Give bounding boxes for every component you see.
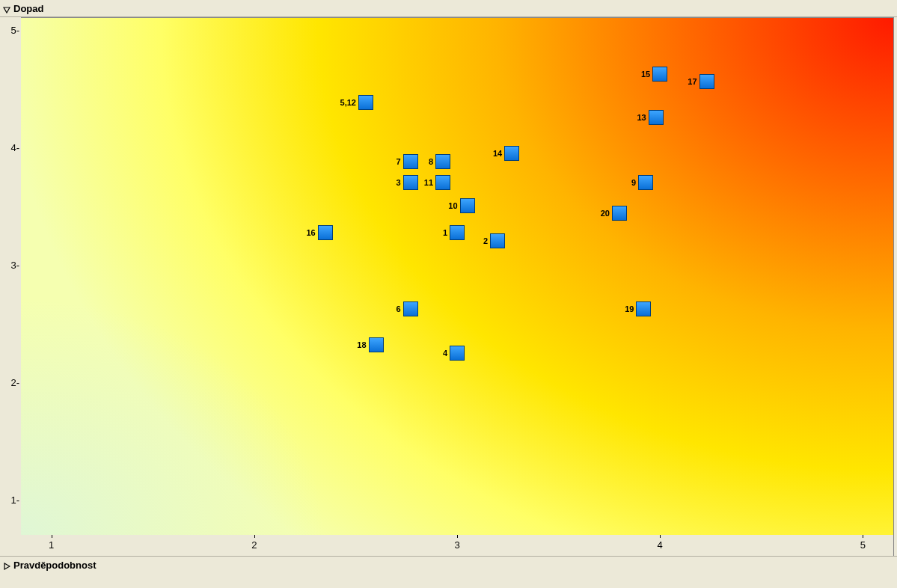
plot-zone: 12345,12678910111314151617181920 1-2-3-4… (21, 17, 894, 556)
risk-marker[interactable] (403, 175, 418, 190)
risk-marker[interactable] (369, 337, 384, 352)
x-axis-label: Pravděpodobnost (13, 560, 97, 571)
x-tick-label: 3 (454, 539, 459, 551)
x-tick-label: 5 (860, 539, 866, 551)
risk-label: 2 (483, 236, 488, 245)
risk-label: 4 (443, 349, 447, 358)
risk-marker[interactable] (450, 225, 465, 240)
x-tick-mark (254, 535, 255, 538)
x-tick-label: 2 (251, 539, 257, 551)
y-axis-label: Dopad (13, 3, 43, 14)
risk-label: 3 (397, 178, 401, 187)
risk-label: 7 (397, 157, 401, 166)
risk-marker[interactable] (699, 74, 714, 89)
risk-marker[interactable] (490, 233, 505, 248)
risk-marker[interactable] (652, 67, 667, 82)
risk-label: 1 (443, 228, 447, 237)
risk-label: 19 (625, 304, 634, 313)
x-tick-mark (660, 535, 661, 538)
risk-marker[interactable] (435, 154, 450, 169)
risk-label: 15 (641, 70, 650, 79)
risk-label: 9 (631, 178, 636, 187)
risk-marker[interactable] (636, 301, 651, 316)
risk-label: 18 (357, 340, 366, 349)
risk-label: 11 (424, 178, 433, 187)
x-tick-label: 4 (658, 539, 663, 551)
risk-marker[interactable] (612, 206, 627, 221)
y-tick-label: 2- (10, 376, 19, 388)
risk-matrix-panel: Dopad 12345,12678910111314151617181920 1… (0, 0, 897, 588)
risk-label: 13 (637, 113, 646, 122)
y-tick-label: 5- (10, 24, 19, 35)
risk-marker[interactable] (638, 175, 653, 190)
risk-marker[interactable] (318, 225, 333, 240)
risk-marker[interactable] (450, 346, 465, 361)
y-tick-label: 1- (10, 494, 19, 505)
risk-label: 8 (429, 157, 433, 166)
x-tick-label: 1 (49, 539, 54, 551)
risk-label: 20 (601, 209, 610, 218)
arrow-down-icon (3, 4, 10, 12)
y-axis-header[interactable]: Dopad (0, 0, 897, 17)
risk-label: 5,12 (340, 98, 356, 107)
risk-marker[interactable] (358, 95, 373, 110)
risk-marker[interactable] (649, 110, 664, 125)
risk-label: 10 (448, 201, 457, 210)
y-tick-label: 4- (10, 141, 19, 153)
y-axis-ticks: 1-2-3-4-5- (3, 18, 21, 535)
risk-marker[interactable] (403, 154, 418, 169)
plot-area[interactable]: 12345,12678910111314151617181920 (21, 18, 893, 535)
risk-label: 14 (493, 149, 502, 158)
risk-label: 6 (397, 304, 401, 313)
x-axis-header[interactable]: Pravděpodobnost (0, 556, 897, 573)
x-tick-mark (52, 535, 52, 538)
y-tick-label: 3- (10, 259, 19, 270)
arrow-right-icon (3, 561, 10, 569)
risk-label: 16 (306, 228, 315, 237)
x-tick-mark (457, 535, 458, 538)
risk-label: 17 (688, 77, 697, 86)
risk-marker[interactable] (435, 175, 450, 190)
risk-marker[interactable] (403, 301, 418, 316)
x-tick-mark (863, 535, 863, 538)
risk-marker[interactable] (504, 146, 519, 161)
x-axis-ticks: 12345 (21, 535, 893, 556)
risk-marker[interactable] (460, 198, 475, 213)
